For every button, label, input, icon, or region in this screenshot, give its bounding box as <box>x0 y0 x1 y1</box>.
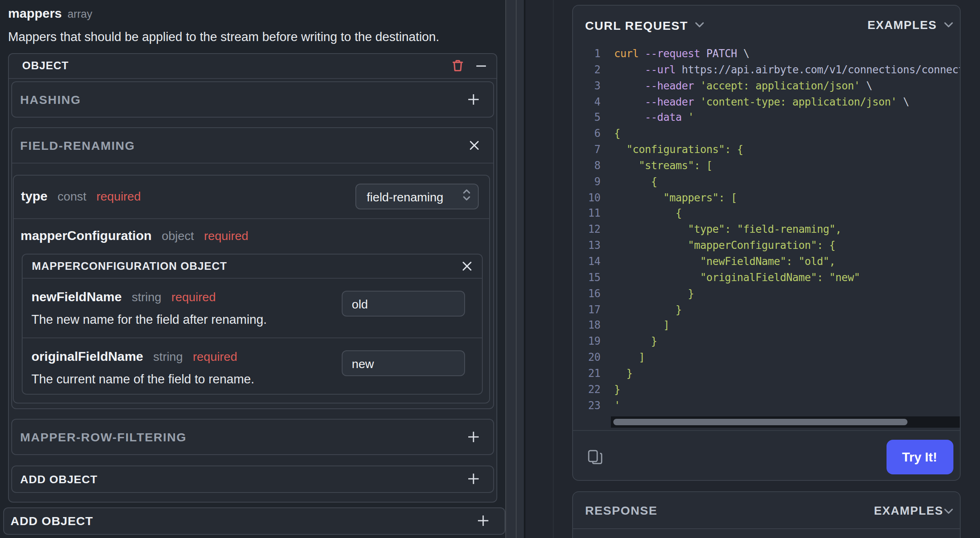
code-line: 10 "mappers": [ <box>573 190 959 206</box>
mapperconfiguration-required: required <box>204 228 248 242</box>
object-card-body: HASHING FIELD-RENAMING <box>9 79 496 501</box>
curl-request-title[interactable]: CURL REQUEST <box>585 18 688 32</box>
outer-add-object-label: ADD OBJECT <box>10 514 93 528</box>
plus-icon <box>468 432 479 442</box>
mapper-row-filtering-label: MAPPER-ROW-FILTERING <box>20 430 187 444</box>
newfieldname-kind: string <box>132 290 161 303</box>
examples-dropdown[interactable]: EXAMPLES <box>868 19 953 31</box>
chevron-down-icon <box>943 503 953 517</box>
outer-add-object-button[interactable]: ADD OBJECT <box>3 507 505 535</box>
curl-code-block: 1curl --request PATCH \2 --url https://a… <box>573 46 959 414</box>
line-number: 9 <box>573 174 600 190</box>
response-examples-dropdown[interactable]: EXAMPLES <box>874 503 953 517</box>
type-select[interactable]: field-renaming <box>355 184 479 210</box>
line-number: 3 <box>573 78 600 94</box>
line-number: 7 <box>573 142 600 158</box>
code-line: 18 ] <box>573 318 959 334</box>
code-line: 9 { <box>573 174 959 190</box>
line-number: 19 <box>573 333 600 350</box>
add-object-label: ADD OBJECT <box>20 472 98 485</box>
mapperconfiguration-card: MAPPERCONFIGURATION OBJECT <box>21 253 482 394</box>
code-line: 16 } <box>573 286 959 302</box>
type-field-row: type const required field-renaming <box>13 175 489 219</box>
line-number: 20 <box>573 350 600 366</box>
mapper-row-filtering-expand[interactable] <box>468 432 479 442</box>
code-line: 23' <box>573 397 959 414</box>
hashing-expand[interactable] <box>468 94 479 104</box>
line-number: 11 <box>573 206 600 222</box>
add-object-button[interactable]: ADD OBJECT <box>11 465 494 492</box>
trash-icon[interactable] <box>452 60 463 72</box>
close-icon <box>470 141 479 150</box>
hashing-section[interactable]: HASHING <box>11 81 494 117</box>
line-number: 14 <box>573 254 600 270</box>
code-line: 3 --header 'accept: application/json' \ <box>573 78 959 94</box>
line-number: 21 <box>573 366 600 382</box>
code-line: 6{ <box>573 126 959 142</box>
stepper-icon <box>463 188 471 205</box>
line-number: 4 <box>573 94 600 110</box>
field-renaming-remove[interactable] <box>470 141 479 150</box>
scrollbar-thumb[interactable] <box>613 419 907 426</box>
curl-panel-footer: Try It! <box>573 430 959 480</box>
code-line: 5 --data ' <box>573 110 959 126</box>
mapperconfiguration-kind: object <box>162 228 194 242</box>
line-number: 23 <box>573 397 600 414</box>
curl-request-panel: CURL REQUEST EXAMPLES 1curl --request PA… <box>572 5 960 480</box>
line-number: 5 <box>573 110 600 126</box>
mapperconfiguration-card-header: MAPPERCONFIGURATION OBJECT <box>22 254 482 278</box>
field-renaming-label: FIELD-RENAMING <box>20 139 135 152</box>
line-number: 18 <box>573 318 600 334</box>
originalfieldname-input[interactable] <box>341 350 465 376</box>
line-number: 15 <box>573 270 600 286</box>
line-number: 6 <box>573 126 600 142</box>
line-number: 8 <box>573 158 600 174</box>
code-line: 7 "configurations": { <box>573 142 959 158</box>
originalfieldname-row: originalFieldName string required The cu… <box>22 338 482 393</box>
copy-icon[interactable] <box>588 450 603 465</box>
code-line: 8 "streams": [ <box>573 158 959 174</box>
line-number: 22 <box>573 381 600 397</box>
chevron-down-icon <box>943 22 953 28</box>
plus-icon <box>478 516 488 526</box>
type-field-name: type <box>21 189 48 203</box>
line-number: 1 <box>573 46 600 62</box>
newfieldname-row: newFieldName string required The new nam… <box>22 278 482 338</box>
line-number: 10 <box>573 190 600 206</box>
hashing-label: HASHING <box>20 92 81 106</box>
code-line: 11 { <box>573 206 959 222</box>
curl-request-header: CURL REQUEST EXAMPLES <box>573 6 959 44</box>
newfieldname-input[interactable] <box>341 291 465 317</box>
try-it-button[interactable]: Try It! <box>886 440 953 475</box>
code-line: 21 } <box>573 366 959 382</box>
type-field-required: required <box>96 189 141 203</box>
chevron-down-icon[interactable] <box>694 22 704 28</box>
originalfieldname-required: required <box>193 349 237 363</box>
object-card-title: OBJECT <box>22 60 69 72</box>
horizontal-scrollbar[interactable] <box>610 417 959 428</box>
newfieldname-name: newFieldName <box>31 290 122 303</box>
type-field-kind: const <box>58 189 87 203</box>
response-panel: RESPONSE EXAMPLES <box>572 491 960 538</box>
mapperconfiguration-remove[interactable] <box>462 261 471 270</box>
pane-divider[interactable] <box>505 0 525 538</box>
property-description: Mappers that should be applied to the st… <box>8 30 439 44</box>
line-number: 17 <box>573 302 600 318</box>
response-header: RESPONSE EXAMPLES <box>573 492 959 529</box>
field-renaming-section: FIELD-RENAMING type const req <box>11 127 494 409</box>
code-line: 19 } <box>573 333 959 350</box>
code-line: 13 "mapperConfiguration": { <box>573 238 959 254</box>
mapper-row-filtering-section[interactable]: MAPPER-ROW-FILTERING <box>11 419 494 455</box>
newfieldname-required: required <box>171 290 216 303</box>
mapperconfiguration-section: mapperConfiguration object required MAPP… <box>13 219 489 402</box>
line-number: 16 <box>573 286 600 302</box>
collapse-icon[interactable] <box>476 61 486 70</box>
plus-icon <box>468 94 479 104</box>
close-icon <box>462 261 471 270</box>
mapperconfiguration-card-title: MAPPERCONFIGURATION OBJECT <box>32 260 227 272</box>
field-renaming-header[interactable]: FIELD-RENAMING <box>12 128 493 163</box>
code-line: 2 --url https://api.airbyte.com/v1/conne… <box>573 62 959 78</box>
code-column: CURL REQUEST EXAMPLES 1curl --request PA… <box>525 0 980 538</box>
field-renaming-body: type const required field-renaming <box>12 174 490 403</box>
property-type: array <box>67 8 92 20</box>
